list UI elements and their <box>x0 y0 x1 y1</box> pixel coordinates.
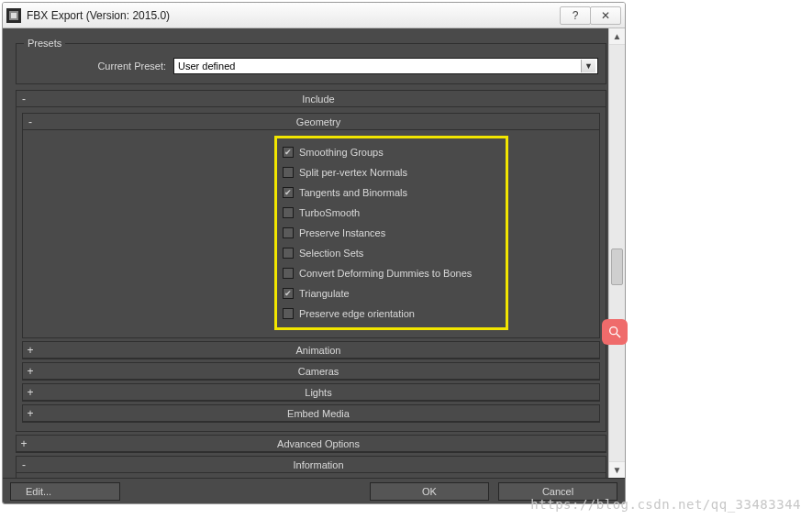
section-advanced-title: Advanced Options <box>31 438 606 449</box>
presets-legend: Presets <box>24 38 65 49</box>
section-lights-header[interactable]: + Lights <box>23 384 599 401</box>
scroll-viewport: Presets Current Preset: User defined ▼ -… <box>3 28 608 478</box>
geometry-option-label: Preserve edge orientation <box>299 308 415 319</box>
edit-button[interactable]: Edit... <box>10 482 120 501</box>
expand-icon: + <box>17 438 31 449</box>
app-icon <box>6 8 21 23</box>
help-button[interactable]: ? <box>560 6 591 25</box>
plugin-version-text: FBX Plug-in version: 2015.0 Release (225… <box>17 473 606 478</box>
geometry-option-label: Smoothing Groups <box>299 147 384 158</box>
checkbox-icon[interactable] <box>283 248 294 259</box>
presets-group: Presets Current Preset: User defined ▼ <box>16 38 606 84</box>
geometry-option[interactable]: TurboSmooth <box>283 203 500 223</box>
expand-icon: + <box>23 345 38 356</box>
svg-point-2 <box>610 327 617 335</box>
scroll-down-arrow-icon[interactable]: ▼ <box>609 461 625 478</box>
section-geometry-title: Geometry <box>38 116 599 127</box>
checkbox-icon[interactable] <box>283 268 294 279</box>
titlebar: FBX Export (Version: 2015.0) ? ✕ <box>3 3 625 28</box>
geometry-option-label: Preserve Instances <box>299 227 385 238</box>
checkbox-icon[interactable] <box>283 167 294 178</box>
fbx-export-window: FBX Export (Version: 2015.0) ? ✕ Presets… <box>2 2 626 504</box>
expand-icon: + <box>23 408 38 419</box>
svg-line-3 <box>617 334 620 337</box>
section-cameras-title: Cameras <box>38 366 599 377</box>
search-icon[interactable] <box>602 319 628 345</box>
checkbox-icon[interactable] <box>283 288 294 299</box>
geometry-option-label: Selection Sets <box>299 248 363 259</box>
section-geometry-header[interactable]: - Geometry <box>23 114 599 130</box>
section-animation-header[interactable]: + Animation <box>23 342 599 359</box>
section-animation: + Animation <box>22 341 600 359</box>
geometry-option[interactable]: Preserve edge orientation <box>283 304 500 324</box>
watermark-text: https://blog.csdn.net/qq_33483344 <box>530 497 801 512</box>
section-cameras-header[interactable]: + Cameras <box>23 363 599 380</box>
checkbox-icon[interactable] <box>283 308 294 319</box>
section-information-title: Information <box>31 459 606 470</box>
geometry-option[interactable]: Selection Sets <box>283 243 500 263</box>
main-panel: Presets Current Preset: User defined ▼ -… <box>3 28 625 478</box>
geometry-option[interactable]: Triangulate <box>283 283 500 304</box>
scroll-up-arrow-icon[interactable]: ▲ <box>609 28 625 45</box>
geometry-option-label: TurboSmooth <box>299 207 360 218</box>
section-embed-media: + Embed Media <box>22 404 600 423</box>
current-preset-select[interactable]: User defined ▼ <box>173 58 598 74</box>
expand-icon: + <box>23 387 38 398</box>
section-advanced: + Advanced Options <box>16 435 606 453</box>
ok-button[interactable]: OK <box>370 482 489 501</box>
geometry-option[interactable]: Tangents and Binormals <box>283 182 500 203</box>
checkbox-icon[interactable] <box>283 207 294 218</box>
collapse-icon: - <box>23 116 38 127</box>
collapse-icon: - <box>17 459 31 470</box>
chevron-down-icon: ▼ <box>581 60 595 72</box>
checkbox-icon[interactable] <box>283 227 294 238</box>
section-cameras: + Cameras <box>22 362 600 381</box>
section-information: - Information FBX Plug-in version: 2015.… <box>16 456 606 478</box>
geometry-option-label: Triangulate <box>299 288 350 299</box>
section-animation-title: Animation <box>38 345 599 356</box>
section-lights: + Lights <box>22 383 600 402</box>
geometry-option[interactable]: Convert Deforming Dummies to Bones <box>283 263 500 283</box>
geometry-option[interactable]: Smoothing Groups <box>283 142 500 162</box>
collapse-icon: - <box>17 94 31 105</box>
section-embed-media-header[interactable]: + Embed Media <box>23 405 599 422</box>
section-information-header[interactable]: - Information <box>17 457 606 473</box>
section-advanced-header[interactable]: + Advanced Options <box>17 436 606 452</box>
section-include: - Include - Geometry Smoothing GroupsSpl… <box>16 90 606 432</box>
expand-icon: + <box>23 366 38 377</box>
current-preset-value: User defined <box>178 61 235 72</box>
section-lights-title: Lights <box>38 387 599 398</box>
scroll-thumb[interactable] <box>611 248 623 285</box>
section-embed-media-title: Embed Media <box>38 408 599 419</box>
svg-rect-1 <box>11 13 17 18</box>
checkbox-icon[interactable] <box>283 147 294 158</box>
geometry-option[interactable]: Preserve Instances <box>283 223 500 243</box>
geometry-option-label: Split per-vertex Normals <box>299 167 407 178</box>
geometry-option-label: Tangents and Binormals <box>299 187 407 198</box>
section-include-title: Include <box>31 94 606 105</box>
vertical-scrollbar[interactable]: ▲ ▼ <box>608 28 625 478</box>
geometry-options-highlight: Smoothing GroupsSplit per-vertex Normals… <box>274 136 508 330</box>
section-include-header[interactable]: - Include <box>17 91 606 107</box>
geometry-option-label: Convert Deforming Dummies to Bones <box>299 268 472 279</box>
geometry-option[interactable]: Split per-vertex Normals <box>283 162 500 182</box>
checkbox-icon[interactable] <box>283 187 294 198</box>
current-preset-label: Current Preset: <box>24 61 166 72</box>
section-geometry: - Geometry Smoothing GroupsSplit per-ver… <box>22 113 600 338</box>
close-button[interactable]: ✕ <box>590 6 621 25</box>
window-title: FBX Export (Version: 2015.0) <box>27 9 170 22</box>
